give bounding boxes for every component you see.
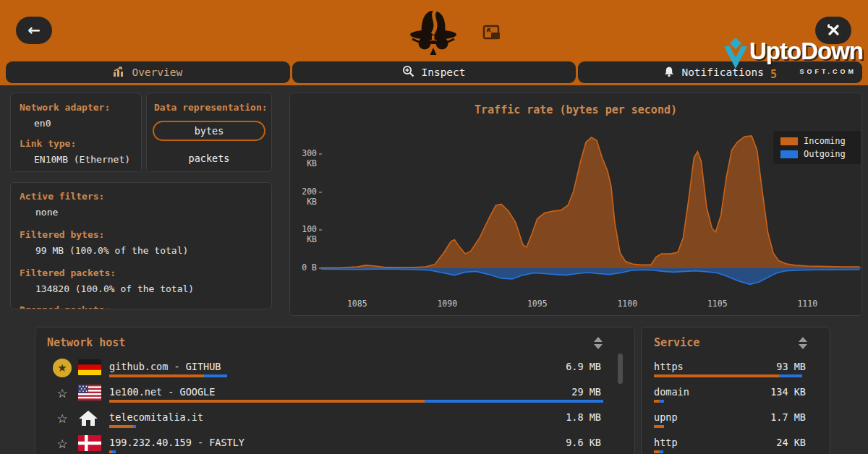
service-panel: Service https 93 MB domain 134 KB upnp 1… — [641, 327, 830, 454]
host-traffic-bar — [109, 374, 227, 377]
x-tick-label: 1095 — [527, 299, 548, 309]
x-tick-label: 1100 — [617, 299, 637, 309]
host-sort-button[interactable] — [594, 337, 603, 349]
sort-down-icon — [594, 344, 603, 349]
host-table-row[interactable]: ☆ 1e100.net - GOOGLE 29 MB — [35, 382, 634, 407]
host-name: github.com - GITHUB — [109, 361, 221, 372]
bell-icon — [663, 66, 675, 80]
service-name: https — [654, 361, 684, 372]
network-host-panel: Network host ★ github.com - GITHUB 6.9 M… — [35, 327, 635, 454]
y-tick-label: 100 KB — [290, 224, 317, 244]
service-traffic-value: 24 KB — [776, 437, 806, 448]
bytes-option-button[interactable]: bytes — [153, 121, 265, 141]
link-type-value: EN10MB (Ethernet) — [34, 154, 130, 165]
host-scrollbar-thumb[interactable] — [618, 354, 623, 384]
back-button[interactable]: ← — [16, 17, 52, 44]
service-table-row[interactable]: http 24 KB — [642, 434, 830, 454]
inspect-magnifier-icon — [402, 65, 414, 80]
adapter-label: Network adapter: — [20, 102, 110, 113]
host-table-row[interactable]: ★ github.com - GITHUB 6.9 MB — [35, 357, 634, 382]
tab-overview[interactable]: Overview — [6, 61, 290, 83]
service-name: upnp — [654, 411, 678, 423]
sort-up-icon — [799, 337, 807, 342]
service-table-row[interactable]: https 93 MB — [642, 358, 830, 382]
service-name: http — [654, 437, 678, 448]
tab-inspect-label: Inspect — [421, 67, 465, 78]
host-traffic-value: 1.8 MB — [566, 411, 601, 423]
y-tick-label: 0 B — [290, 262, 317, 273]
service-table-title: Service — [654, 336, 699, 349]
service-name: domain — [654, 386, 689, 398]
service-table-row[interactable]: domain 134 KB — [642, 383, 830, 408]
country-flag-icon — [78, 435, 101, 451]
x-tick-label: 1105 — [707, 299, 728, 309]
app-header: ← — [0, 0, 868, 85]
tools-icon — [825, 21, 842, 40]
data-representation-label: Data representation: — [154, 102, 268, 113]
service-traffic-bar — [654, 450, 663, 453]
legend-outgoing: Outgoing — [780, 149, 861, 159]
legend-incoming-label: Incoming — [804, 136, 846, 146]
country-flag-icon — [78, 359, 101, 375]
service-traffic-bar — [654, 425, 664, 428]
dropped-packets-label: Dropped packets: — [20, 304, 110, 309]
sort-down-icon — [799, 344, 807, 349]
host-traffic-bar — [109, 450, 116, 453]
chart-title: Traffic rate (bytes per second) — [290, 103, 861, 116]
favorite-star-icon[interactable]: ☆ — [53, 384, 72, 403]
overview-chart-icon — [113, 67, 125, 79]
legend-outgoing-label: Outgoing — [804, 149, 846, 159]
x-tick-label: 1090 — [437, 299, 457, 309]
link-type-label: Link type: — [20, 138, 76, 149]
filtered-bytes-label: Filtered bytes: — [20, 229, 104, 240]
host-table-row[interactable]: ☆ telecomitalia.it 1.8 MB — [35, 408, 634, 432]
data-representation-panel: Data representation: bytes packets — [146, 93, 272, 172]
x-tick-label: 1110 — [797, 299, 817, 309]
filtered-packets-value: 134820 (100.0% of the total) — [35, 283, 194, 294]
back-arrow-icon: ← — [27, 22, 41, 39]
country-flag-icon — [78, 385, 101, 401]
service-traffic-value: 134 KB — [770, 386, 806, 398]
host-table-row[interactable]: ☆ 199.232.40.159 - FASTLY 9.6 KB — [35, 433, 634, 454]
service-sort-button[interactable] — [799, 337, 807, 349]
y-tick-label: 200 KB — [290, 187, 317, 207]
overview-content: Network adapter: en0 Link type: EN10MB (… — [0, 85, 868, 454]
outgoing-swatch — [780, 150, 798, 158]
tab-overview-label: Overview — [132, 67, 182, 78]
settings-button[interactable] — [815, 17, 851, 44]
incoming-swatch — [780, 137, 798, 145]
sniffnet-spy-logo — [406, 2, 461, 60]
tab-notifications-label: Notifications — [681, 67, 764, 78]
favorite-star-icon[interactable]: ☆ — [53, 409, 72, 428]
host-traffic-bar — [109, 400, 603, 403]
favorite-star-icon[interactable]: ★ — [53, 359, 72, 377]
host-table-title: Network host — [47, 336, 125, 349]
active-filters-label: Active filters: — [20, 191, 104, 202]
tab-bar: Overview Inspect — [6, 61, 862, 83]
x-tick-label: 1085 — [347, 299, 367, 309]
tab-inspect[interactable]: Inspect — [292, 61, 576, 83]
network-adapter-panel: Network adapter: en0 Link type: EN10MB (… — [10, 93, 142, 172]
host-name: telecomitalia.it — [109, 411, 203, 423]
adapter-value: en0 — [34, 118, 51, 129]
service-traffic-bar — [654, 400, 664, 403]
tab-notifications[interactable]: Notifications 5 — [578, 61, 862, 83]
service-table-row[interactable]: upnp 1.7 MB — [642, 408, 830, 433]
notifications-badge: 5 — [770, 68, 777, 81]
host-traffic-value: 6.9 MB — [566, 361, 601, 372]
active-filters-value: none — [35, 207, 58, 218]
packets-option-button[interactable]: packets — [153, 148, 265, 168]
service-traffic-value: 1.7 MB — [770, 411, 806, 423]
service-traffic-value: 93 MB — [776, 361, 806, 372]
filters-panel: Active filters: none Filtered bytes: 99 … — [10, 182, 272, 309]
host-traffic-value: 9.6 KB — [566, 437, 601, 448]
country-flag-icon — [78, 410, 101, 426]
filtered-packets-label: Filtered packets: — [20, 267, 116, 278]
favorite-star-icon[interactable]: ☆ — [53, 434, 72, 453]
legend-incoming: Incoming — [780, 136, 861, 146]
y-tick-label: 300 KB — [290, 148, 317, 168]
thumbnail-mode-icon[interactable] — [482, 22, 502, 46]
host-traffic-value: 29 MB — [571, 386, 601, 398]
traffic-rate-chart-panel: Traffic rate (bytes per second) 0 B100 K… — [289, 93, 862, 316]
chart-legend: Incoming Outgoing — [773, 131, 861, 164]
